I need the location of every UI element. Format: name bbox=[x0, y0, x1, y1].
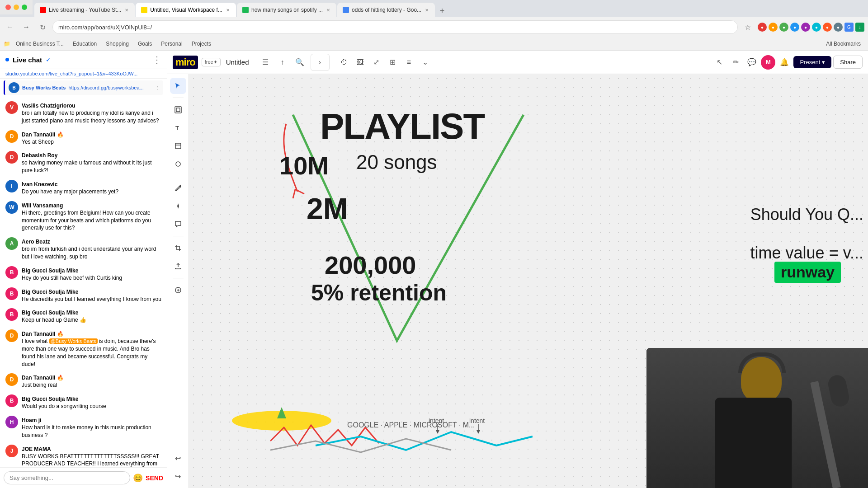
extension-1[interactable]: ● bbox=[758, 23, 767, 32]
chat-messages: V Vasilis Chatzigriorou bro i am totally… bbox=[0, 97, 167, 467]
message-content: Will Vansamang Hi there, greetings from … bbox=[22, 201, 161, 232]
canvas-area: T bbox=[167, 74, 868, 488]
export-button[interactable]: ↑ bbox=[275, 55, 290, 70]
minimize-window-button[interactable] bbox=[14, 5, 19, 10]
forward-button[interactable]: → bbox=[20, 21, 33, 33]
sender-name: Vasilis Chatzigriorou bbox=[22, 103, 75, 109]
avatar: I bbox=[5, 180, 18, 192]
browser-chrome: Live streaming - YouTube St... ✕ Untitle… bbox=[0, 0, 868, 51]
more-options-button[interactable]: ⌄ bbox=[418, 55, 433, 70]
bookmark-shopping[interactable]: Shopping bbox=[102, 40, 132, 48]
preview-button[interactable]: 🖼 bbox=[353, 55, 368, 70]
mention-highlight: @Busy Works Beats bbox=[49, 338, 98, 344]
tab-bar: Live streaming - YouTube St... ✕ Untitle… bbox=[33, 0, 868, 17]
sender-name: Big Gucci Soulja Mike bbox=[22, 289, 78, 295]
message-text: He discredits you but I learned everythi… bbox=[22, 296, 161, 303]
extension-9[interactable]: G bbox=[844, 23, 854, 32]
maximize-window-button[interactable] bbox=[22, 5, 27, 10]
tab-miro[interactable]: Untitled, Visual Workspace f... ✕ bbox=[136, 3, 236, 17]
traffic-lights bbox=[0, 0, 33, 14]
pinned-sender: Busy Works Beats bbox=[22, 85, 66, 90]
message-content: Vasilis Chatzigriorou bro i am totally n… bbox=[22, 101, 161, 125]
bookmark-star[interactable]: ☆ bbox=[741, 21, 754, 33]
frames-tool[interactable] bbox=[170, 102, 186, 118]
redo-button[interactable]: ↪ bbox=[170, 468, 186, 484]
share-button[interactable]: Share bbox=[833, 56, 863, 69]
bookmark-label: Personal bbox=[161, 41, 182, 47]
present-button[interactable]: Present ▾ bbox=[793, 56, 831, 68]
miro-right-icons: ↖ ✏ 💬 M 🔔 Present ▾ Share bbox=[712, 55, 863, 70]
text-tool[interactable]: T bbox=[170, 120, 186, 136]
fullscreen-button[interactable]: ⤢ bbox=[369, 55, 384, 70]
chat-message: D Dan Tannaüll 🔥 Yes at Sheep bbox=[0, 127, 167, 149]
notes-button[interactable]: ≡ bbox=[402, 55, 416, 70]
tab-youtube[interactable]: Live streaming - YouTube St... ✕ bbox=[34, 3, 135, 17]
chat-message: D Debasish Roy so having money make u fa… bbox=[0, 148, 167, 177]
miro-topbar: miro free✦ Untitled ☰ ↑ 🔍 › ⏱ 🖼 ⤢ ⊞ ≡ ⌄ bbox=[167, 51, 868, 74]
emoji-button[interactable]: 😊 bbox=[133, 473, 143, 483]
undo-button[interactable]: ↩ bbox=[170, 450, 186, 466]
chat-input[interactable] bbox=[4, 471, 130, 484]
bookmark-personal[interactable]: Personal bbox=[157, 40, 186, 48]
tab-youtube-close[interactable]: ✕ bbox=[124, 7, 129, 14]
chat-send-button[interactable]: SEND bbox=[146, 474, 163, 482]
chat-options-button[interactable]: ⋮ bbox=[152, 54, 161, 65]
pen-tool[interactable] bbox=[170, 180, 186, 196]
back-button[interactable]: ← bbox=[4, 21, 16, 33]
all-bookmarks-label: All Bookmarks bbox=[826, 41, 861, 47]
bookmark-projects[interactable]: Projects bbox=[188, 40, 215, 48]
tab-spotify-close[interactable]: ✕ bbox=[326, 7, 331, 14]
search-button[interactable]: 🔍 bbox=[292, 55, 307, 70]
extension-6[interactable]: ● bbox=[812, 23, 821, 32]
crop-tool[interactable] bbox=[170, 240, 186, 256]
message-content: Hoam ji How hard is it to make money in … bbox=[22, 416, 161, 439]
extension-7[interactable]: ● bbox=[823, 23, 832, 32]
message-text: Would you do a songwriting course bbox=[22, 403, 161, 410]
cursor-tool[interactable] bbox=[170, 78, 186, 94]
tab-google-close[interactable]: ✕ bbox=[424, 7, 429, 14]
board-title[interactable]: Untitled bbox=[226, 58, 249, 66]
pinned-link[interactable]: https://discord.gg/busyworksbea... bbox=[68, 85, 143, 90]
extension-4[interactable]: ● bbox=[790, 23, 799, 32]
table-button[interactable]: ⊞ bbox=[386, 55, 400, 70]
user-avatar-button[interactable]: M bbox=[761, 55, 775, 70]
sender-name: Will Vansamang bbox=[22, 202, 63, 209]
extension-5[interactable]: ● bbox=[801, 23, 810, 32]
cursor-tool-button[interactable]: ↖ bbox=[712, 55, 726, 70]
marker-tool[interactable] bbox=[170, 198, 186, 214]
pinned-menu[interactable]: ⋮ bbox=[155, 85, 160, 90]
history-button[interactable]: ⏱ bbox=[337, 55, 351, 70]
comment-tool-button[interactable]: 💬 bbox=[745, 55, 759, 70]
address-input[interactable]: miro.com/app/board/uXjVOlNpUi8=/ bbox=[52, 20, 738, 34]
bookmark-online-business[interactable]: Online Business T... bbox=[12, 40, 67, 48]
tab-google[interactable]: odds of hitting lottery - Goo... ✕ bbox=[337, 3, 435, 17]
chat-message: A Aero Beatz bro im from turkish and i d… bbox=[0, 235, 167, 263]
miro-canvas[interactable]: PLAYLIST 20 songs 10M 2M 200,000 5% rete… bbox=[189, 74, 868, 488]
draw-tool-button[interactable]: ✏ bbox=[728, 55, 743, 70]
chat-message: V Vasilis Chatzigriorou bro i am totally… bbox=[0, 99, 167, 127]
comment-tool[interactable] bbox=[170, 216, 186, 232]
bookmark-goals[interactable]: Goals bbox=[134, 40, 156, 48]
bookmark-label: Education bbox=[73, 41, 97, 47]
reload-button[interactable]: ↻ bbox=[36, 21, 49, 33]
new-tab-button[interactable]: + bbox=[436, 5, 448, 17]
notifications-button[interactable]: 🔔 bbox=[777, 55, 792, 70]
close-window-button[interactable] bbox=[5, 5, 11, 10]
extension-3[interactable]: ● bbox=[779, 23, 788, 32]
extension-10[interactable]: ↓ bbox=[855, 23, 864, 32]
add-tool[interactable] bbox=[170, 282, 186, 298]
message-content: Aero Beatz bro im from turkish and i don… bbox=[22, 237, 161, 261]
nav-left-button[interactable]: › bbox=[313, 55, 327, 70]
tab-spotify[interactable]: how many songs on spotify ... ✕ bbox=[237, 3, 336, 17]
avatar: V bbox=[5, 101, 18, 114]
tab-miro-close[interactable]: ✕ bbox=[225, 7, 231, 14]
extension-2[interactable]: ● bbox=[769, 23, 778, 32]
extension-8[interactable]: ● bbox=[834, 23, 843, 32]
all-bookmarks[interactable]: All Bookmarks bbox=[822, 40, 864, 48]
bookmark-education[interactable]: Education bbox=[69, 40, 100, 48]
shapes-tool[interactable] bbox=[170, 156, 186, 172]
sticky-tool[interactable] bbox=[170, 138, 186, 154]
menu-button[interactable]: ☰ bbox=[258, 55, 273, 70]
upload-tool[interactable] bbox=[170, 258, 186, 274]
avatar: B bbox=[5, 266, 18, 279]
